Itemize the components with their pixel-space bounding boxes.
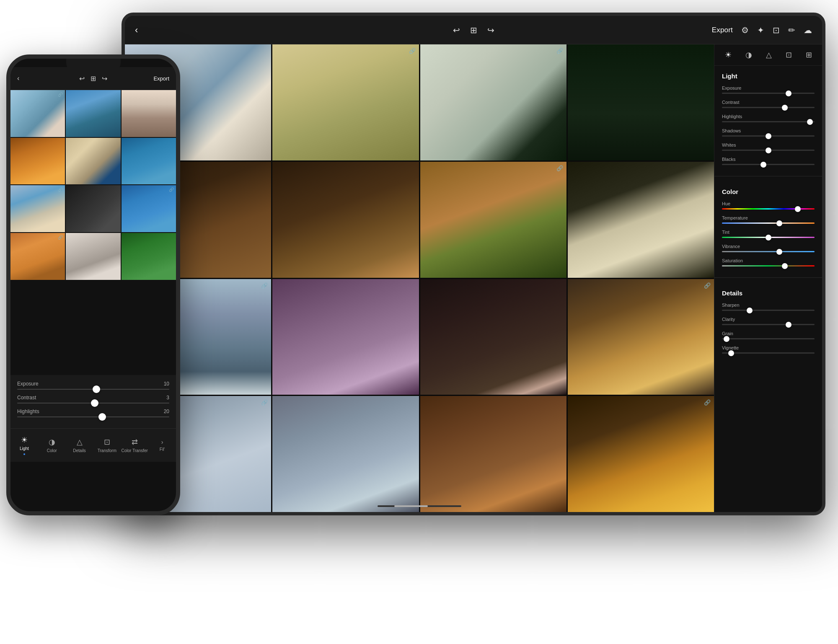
phone-photo-cell[interactable] xyxy=(10,138,65,185)
undo-icon[interactable]: ↩ xyxy=(453,25,460,35)
photo-grid-area: 🔗 🔗 🔗 🔗 xyxy=(125,44,714,512)
phone-compare-icon[interactable]: ⊞ xyxy=(91,75,96,83)
phone-photo-cell[interactable] xyxy=(66,90,120,137)
tint-thumb[interactable] xyxy=(766,235,771,241)
clarity-track[interactable] xyxy=(722,324,815,325)
phone-exposure-track[interactable] xyxy=(17,389,169,390)
more-tool-icon[interactable]: ⊞ xyxy=(806,50,812,59)
shadows-track[interactable] xyxy=(722,135,815,137)
tint-track[interactable] xyxy=(722,237,815,238)
phone-tab-light[interactable]: ☀ Light xyxy=(10,435,38,455)
phone-exposure-thumb[interactable] xyxy=(93,385,100,393)
details-tool-icon[interactable]: △ xyxy=(766,50,772,59)
photo-cell[interactable] xyxy=(272,279,419,395)
hue-track[interactable] xyxy=(722,208,815,209)
phone-highlights-thumb[interactable] xyxy=(98,413,106,421)
phone-photo-cell[interactable] xyxy=(66,233,120,280)
sharpen-thumb[interactable] xyxy=(747,308,753,313)
link-icon: 🔗 xyxy=(58,235,63,240)
temperature-track[interactable] xyxy=(722,222,815,224)
phone-tab-color[interactable]: ◑ Color xyxy=(38,437,66,453)
back-button[interactable]: ‹ xyxy=(135,25,138,36)
photo-cell[interactable] xyxy=(272,162,419,278)
whites-thumb[interactable] xyxy=(766,147,771,153)
vibrance-thumb[interactable] xyxy=(776,249,782,255)
saturation-track[interactable] xyxy=(722,265,815,266)
phone-export-button[interactable]: Export xyxy=(153,75,169,82)
healing-icon[interactable]: ✦ xyxy=(757,25,764,35)
contrast-thumb[interactable] xyxy=(782,105,788,111)
mask-icon[interactable]: ☁ xyxy=(804,25,812,35)
details-tab-icon: △ xyxy=(77,437,83,447)
export-button[interactable]: Export xyxy=(712,26,733,34)
vignette-thumb[interactable] xyxy=(728,350,734,356)
redo-icon[interactable]: ↪ xyxy=(487,25,494,35)
details-section-title: Details xyxy=(722,290,815,297)
phone-photo-cell[interactable]: 🔗 xyxy=(10,233,65,280)
vibrance-track[interactable] xyxy=(722,251,815,252)
grain-thumb[interactable] xyxy=(724,336,729,342)
photo-cell[interactable] xyxy=(272,396,419,512)
photo-cell[interactable]: 🔗 xyxy=(420,44,566,160)
contrast-track[interactable] xyxy=(722,107,815,108)
phone-back-button[interactable]: ‹ xyxy=(17,75,19,82)
saturation-label: Saturation xyxy=(722,258,815,263)
photo-cell[interactable]: 🔗 xyxy=(568,279,714,395)
temperature-thumb[interactable] xyxy=(776,220,782,226)
shadows-label: Shadows xyxy=(722,128,815,133)
phone-contrast-track[interactable] xyxy=(17,403,169,403)
phone-highlights-track[interactable] xyxy=(17,416,169,417)
whites-track[interactable] xyxy=(722,150,815,151)
light-tool-icon[interactable]: ☀ xyxy=(725,50,732,59)
saturation-thumb[interactable] xyxy=(782,263,788,269)
phone-photo-cell[interactable] xyxy=(66,138,120,185)
photo-cell[interactable] xyxy=(568,44,714,160)
phone-photo-cell[interactable] xyxy=(122,90,176,137)
phone-tab-details[interactable]: △ Details xyxy=(66,437,93,453)
blacks-thumb[interactable] xyxy=(760,162,766,168)
photo-cell[interactable]: 🔗 xyxy=(568,396,714,512)
phone-photo-cell[interactable] xyxy=(122,233,176,280)
photo-cell[interactable]: 🔗 xyxy=(272,44,419,160)
sharpen-track[interactable] xyxy=(722,310,815,311)
highlights-row: Highlights xyxy=(722,114,815,122)
phone-photo-cell[interactable] xyxy=(66,185,120,232)
color-transfer-tab-icon: ⇄ xyxy=(132,437,138,447)
vignette-track[interactable] xyxy=(722,352,815,354)
phone-tab-transform[interactable]: ⊡ Transform xyxy=(93,437,121,453)
phone-photo-cell[interactable] xyxy=(122,138,176,185)
photo-cell[interactable] xyxy=(420,279,566,395)
exposure-thumb[interactable] xyxy=(786,91,791,96)
color-section: Color Hue Temperature xyxy=(714,181,822,276)
compare-icon[interactable]: ⊞ xyxy=(470,25,477,35)
highlights-thumb[interactable] xyxy=(807,119,813,125)
shadows-thumb[interactable] xyxy=(766,133,771,139)
clarity-thumb[interactable] xyxy=(786,322,791,328)
phone-contrast-thumb[interactable] xyxy=(91,399,98,407)
phone-photo-cell[interactable]: 🔗 xyxy=(10,90,65,137)
phone-photo-cell[interactable]: 🔗 xyxy=(122,185,176,232)
highlights-track[interactable] xyxy=(722,121,815,122)
phone-exposure-row: Exposure 10 xyxy=(17,381,169,390)
tablet-screen: ‹ ↩ ⊞ ↪ Export ⚙ ✦ ⊡ ✏ ☁ xyxy=(125,16,822,512)
tablet-topbar-center: ↩ ⊞ ↪ xyxy=(453,25,494,35)
phone-undo-icon[interactable]: ↩ xyxy=(79,75,85,83)
photo-cell[interactable] xyxy=(420,396,566,512)
grain-track[interactable] xyxy=(722,338,815,339)
blacks-track[interactable] xyxy=(722,164,815,165)
color-tool-icon[interactable]: ◑ xyxy=(745,50,752,59)
phone-tab-color-transfer[interactable]: ⇄ Color Transfer xyxy=(121,437,148,453)
erase-icon[interactable]: ✏ xyxy=(788,25,795,35)
photo-cell[interactable]: 🔗 xyxy=(420,162,566,278)
filter-icon[interactable]: ⚙ xyxy=(741,25,749,35)
vignette-label: Vignette xyxy=(722,345,815,350)
phone-photo-cell[interactable]: 🔗 xyxy=(10,185,65,232)
hue-thumb[interactable] xyxy=(795,206,801,212)
crop-icon[interactable]: ⊡ xyxy=(773,25,780,35)
whites-label: Whites xyxy=(722,142,815,147)
photo-cell[interactable] xyxy=(568,162,714,278)
phone-redo-icon[interactable]: ↪ xyxy=(102,75,107,83)
transform-tool-icon[interactable]: ⊡ xyxy=(786,50,792,59)
phone-tab-more[interactable]: › Fil' xyxy=(148,439,176,452)
exposure-track[interactable] xyxy=(722,93,815,94)
